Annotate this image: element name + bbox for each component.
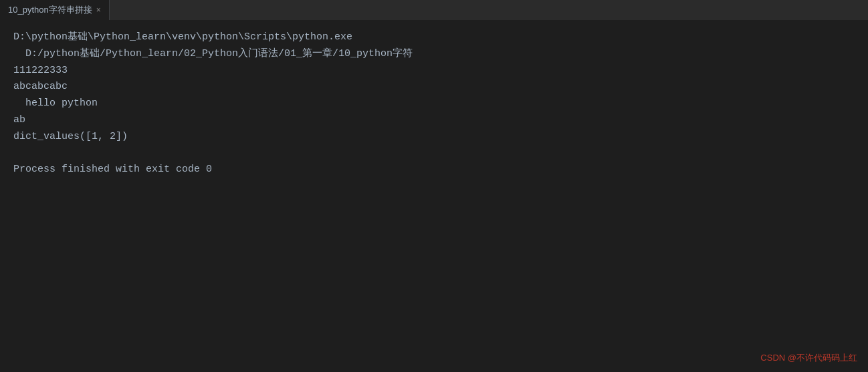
tab-bar: 10_python字符串拼接 × [0, 0, 868, 20]
terminal-line: Process finished with exit code 0 [13, 162, 855, 178]
tab-item[interactable]: 10_python字符串拼接 × [0, 0, 110, 20]
terminal-output: D:\python基础\Python_learn\venv\python\Scr… [13, 29, 855, 178]
terminal-line: D:/python基础/Python_learn/02_Python入门语法/0… [13, 46, 855, 63]
terminal-line: D:\python基础\Python_learn\venv\python\Scr… [13, 29, 855, 46]
terminal-line: dict_values([1, 2]) [13, 129, 855, 146]
watermark: CSDN @不许代码码上红 [760, 352, 857, 364]
terminal-line: abcabcabc [13, 79, 855, 96]
terminal-line: ab [13, 112, 855, 129]
terminal-line [13, 145, 855, 162]
terminal-area: D:\python基础\Python_learn\venv\python\Scr… [0, 20, 868, 372]
tab-label: 10_python字符串拼接 [8, 4, 92, 16]
terminal-line: 111222333 [13, 63, 855, 79]
close-icon[interactable]: × [96, 6, 101, 14]
terminal-line: hello python [13, 96, 855, 112]
